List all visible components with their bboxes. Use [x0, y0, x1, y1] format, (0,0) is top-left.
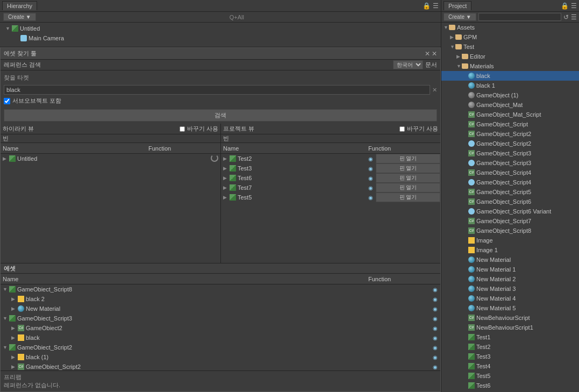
project-toolbar: Create ▼ ↺ ☰ [441, 12, 579, 23]
proj-image-item[interactable]: Image [441, 236, 579, 245]
asset-newmat-item[interactable]: ▶ New Material ◉ [1, 304, 440, 313]
subobj-checkbox[interactable] [4, 98, 10, 104]
search-btn[interactable]: 검색 [4, 109, 437, 122]
proj-editor-item[interactable]: ▶ Editor [441, 52, 579, 61]
proj-test1-item[interactable]: Test1 [441, 332, 579, 342]
proj-goscript3b-item[interactable]: GameObject_Script3 [441, 158, 579, 168]
proj-goscript6-item[interactable]: C# GameObject_Script6 [441, 197, 579, 206]
proj-newmat-label: New Material [476, 256, 579, 263]
proj-materials-arrow: ▼ [456, 63, 462, 69]
proj-goscript2b-item[interactable]: GameObject_Script2 [441, 139, 579, 148]
proj-goscript8-item[interactable]: C# GameObject_Script8 [441, 226, 579, 236]
asset-script8-item[interactable]: ▼ GameObiect_Script8 ◉ [1, 284, 440, 294]
pv-test5-item[interactable]: ▶ Test5 ◉ 핀 열기 [221, 193, 440, 202]
proj-gomat-item[interactable]: GameObject_Mat [441, 100, 579, 110]
proj-test4-item[interactable]: Test4 [441, 361, 579, 371]
proj-materials-item[interactable]: ▼ Materials [441, 61, 579, 71]
pv-test2-func-btn[interactable]: 핀 열기 [376, 154, 440, 163]
proj-newmat1-item[interactable]: New Material 1 [441, 265, 579, 274]
proj-newmat2-item[interactable]: New Material 2 [441, 274, 579, 284]
asset-black1-item[interactable]: ▶ black (1) ◉ [1, 352, 440, 362]
proj-test5-item[interactable]: Test5 [441, 371, 579, 381]
asset-finder-close-btn[interactable]: ✕ ✕ [425, 50, 437, 58]
project-lock-icon[interactable]: 🔒 [561, 2, 569, 10]
proj-test6-item[interactable]: Test6 [441, 381, 579, 390]
project-view-toolbar: 프로젝트 뷰 바꾸기 사용 [221, 124, 440, 134]
proj-goscript4a-item[interactable]: C# GameObject_Script4 [441, 168, 579, 177]
pv-test5-func-icon: ◉ [365, 194, 376, 201]
proj-black-item[interactable]: black [441, 71, 579, 81]
proj-goscript7-item[interactable]: C# GameObject_Script7 [441, 216, 579, 226]
pv-test6-func-btn[interactable]: 핀 열기 [376, 173, 440, 183]
project-tab-bar: Project 🔒 ☰ [441, 0, 579, 12]
asset-script8-icon [9, 286, 16, 293]
hierarchy-create-button[interactable]: Create ▼ [3, 13, 36, 21]
main-camera-item[interactable]: Main Camera [3, 33, 438, 43]
pv-test3-func-btn[interactable]: 핀 열기 [376, 163, 440, 173]
proj-goscript2a-item[interactable]: C# GameObject_Script2 [441, 129, 579, 139]
project-tab[interactable]: Project [444, 1, 471, 10]
asset-script2a-icon [9, 344, 16, 351]
hv-untitled-func-icon [210, 154, 220, 163]
proj-test3-item[interactable]: Test3 [441, 352, 579, 361]
project-search-input[interactable] [478, 13, 561, 21]
proj-newmat5-item[interactable]: New Material 5 [441, 303, 579, 313]
pv-test7-func-btn[interactable]: 핀 열기 [376, 183, 440, 193]
proj-newmat3-item[interactable]: New Material 3 [441, 284, 579, 294]
pv-test3-item[interactable]: ▶ Test3 ◉ 핀 열기 [221, 163, 440, 173]
proj-newbehav-icon: C# [468, 315, 475, 321]
asset-script2b-item[interactable]: ▶ C# GameObiect_Script2 ◉ [1, 362, 440, 370]
proj-newbehav1-item[interactable]: C# NewBehaviourScript1 [441, 323, 579, 332]
target-input[interactable] [4, 85, 430, 95]
pv-replace-checkbox[interactable] [399, 126, 405, 132]
language-select[interactable]: 한국어 [393, 60, 423, 69]
asset-script2b-arrow: ▶ [11, 364, 18, 369]
proj-test-arrow: ▼ [450, 44, 455, 49]
asset-gameobj2-item[interactable]: ▶ C# GameObiect2 ◉ [1, 323, 440, 333]
asset-script2a-item[interactable]: ▼ GameObiect_Script2 ◉ [1, 343, 440, 352]
proj-goscript4b-item[interactable]: GameObject_Script4 [441, 177, 579, 187]
project-create-button[interactable]: Create ▼ [444, 13, 476, 21]
asset-script3-item[interactable]: ▼ GameObiect_Script3 ◉ [1, 313, 440, 323]
proj-newbehav-item[interactable]: C# NewBehaviourScript [441, 313, 579, 323]
left-section: Hierarchy 🔒 ☰ Create ▼ Q+All ▼ Untitled … [0, 0, 441, 392]
hierarchy-on-label: 빈 [1, 134, 220, 143]
proj-goscript6var-item[interactable]: GameObject_Script6 Variant [441, 206, 579, 216]
proj-newmat-icon [468, 256, 475, 263]
asset-black2-item[interactable]: ▶ black 2 ◉ [1, 294, 440, 304]
asset-black-item[interactable]: ▶ black ◉ [1, 333, 440, 343]
pv-test6-label: Test6 [238, 175, 365, 181]
pv-test2-item[interactable]: ▶ Test2 ◉ 핀 열기 [221, 154, 440, 163]
proj-image1-item[interactable]: Image 1 [441, 245, 579, 255]
proj-goscript3b-label: GameObject_Script3 [476, 160, 579, 166]
proj-test-item[interactable]: ▼ Test [441, 42, 579, 52]
hv-untitled-item[interactable]: ▶ Untitled [1, 154, 220, 163]
proj-black1-item[interactable]: black 1 [441, 81, 579, 90]
pv-test6-item[interactable]: ▶ Test6 ◉ 핀 열기 [221, 173, 440, 183]
proj-go1-item[interactable]: GameObject (1) [441, 90, 579, 100]
proj-assets-item[interactable]: ▼ Assets [441, 23, 579, 32]
pv-test7-icon [230, 184, 236, 191]
proj-test2-item[interactable]: Test2 [441, 342, 579, 352]
proj-newmat-item[interactable]: New Material [441, 255, 579, 265]
proj-newmat4-item[interactable]: New Material 4 [441, 294, 579, 303]
proj-gpm-item[interactable]: ▶ GPM [441, 32, 579, 42]
pv-test5-func-btn[interactable]: 핀 열기 [376, 193, 440, 202]
hierarchy-menu-icon[interactable]: ☰ [433, 2, 439, 10]
scene-item[interactable]: ▼ Untitled [3, 24, 438, 33]
pv-toolbar-right: 바꾸기 사용 [399, 125, 438, 133]
reference-search-label: 레퍼런스 검색 [4, 61, 41, 69]
hierarchy-lock-icon[interactable]: 🔒 [423, 2, 431, 10]
project-refresh-icon[interactable]: ↺ [563, 13, 569, 21]
target-clear-icon[interactable]: ✕ [432, 87, 437, 94]
hierarchy-tab[interactable]: Hierarchy [2, 1, 37, 10]
proj-goscript-item[interactable]: C# GameObject_Script [441, 119, 579, 129]
proj-goscript3a-item[interactable]: C# GameObject_Script3 [441, 148, 579, 158]
pv-test7-item[interactable]: ▶ Test7 ◉ 핀 열기 [221, 183, 440, 193]
project-settings-icon[interactable]: ☰ [571, 13, 577, 21]
pv-on-label: 빈 [223, 134, 229, 142]
proj-gomatscript-item[interactable]: C# GameObject_Mat_Script [441, 110, 579, 119]
project-menu-icon[interactable]: ☰ [571, 2, 577, 10]
proj-goscript5-item[interactable]: C# GameObject_Script5 [441, 187, 579, 197]
hv-replace-checkbox[interactable] [180, 126, 185, 132]
